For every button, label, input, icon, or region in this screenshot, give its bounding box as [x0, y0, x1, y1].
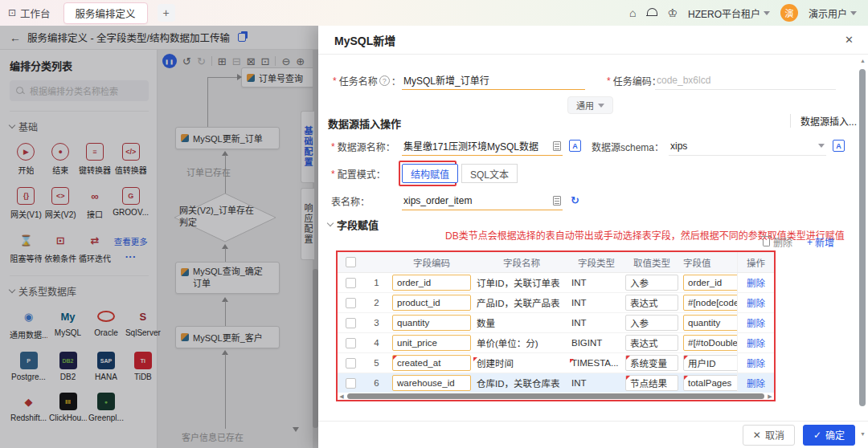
lov-lookup-icon[interactable]: [553, 141, 561, 151]
tab-service-orchestration[interactable]: 服务编排定义: [63, 2, 148, 24]
field-type-cell: INT: [570, 278, 623, 287]
field-name-cell: 单价(单位：分): [473, 336, 570, 349]
value-type-select[interactable]: 节点结果: [625, 375, 678, 391]
datasource-label-text: 数据源名称: [338, 140, 386, 153]
field-code-input[interactable]: created_at: [392, 355, 471, 371]
tab-workbench[interactable]: ⊡ 工作台: [8, 6, 51, 21]
multilang-icon[interactable]: A: [833, 140, 845, 152]
row-delete-link[interactable]: 删除: [737, 353, 774, 373]
notification-bell-icon[interactable]: [646, 8, 657, 18]
home-icon[interactable]: ⌂: [629, 7, 636, 18]
task-code-input: code_bx6lcd: [655, 71, 836, 90]
row-delete-link[interactable]: 删除: [737, 273, 774, 292]
scroll-up-arrow-icon[interactable]: ▲: [859, 58, 866, 63]
value-type-select[interactable]: 入参: [625, 315, 678, 331]
field-code-input[interactable]: product_id: [392, 295, 471, 311]
colon: ：: [360, 194, 370, 208]
help-icon[interactable]: ?: [379, 75, 390, 86]
scroll-left-arrow-icon[interactable]: ◀: [338, 393, 346, 400]
colon: ：: [654, 140, 664, 153]
col-header-value-type: 取值类型: [623, 256, 681, 269]
dialog-scrollbar[interactable]: ▲ ▼: [859, 58, 866, 437]
row-checkbox-cell: [338, 338, 363, 348]
field-code-input[interactable]: unit_price: [392, 335, 471, 351]
chevron-down-icon: [327, 220, 334, 226]
field-code-cell: order_id: [390, 275, 473, 291]
row-checkbox[interactable]: [346, 378, 356, 389]
horizontal-scrollbar[interactable]: ◀ ▶: [338, 393, 774, 400]
row-checkbox-cell: [338, 278, 363, 288]
table-row[interactable]: 3quantity数量INT入参quantity删除: [338, 313, 774, 333]
scroll-down-arrow-icon[interactable]: ▼: [859, 431, 866, 437]
datasource-insert-more[interactable]: 数据源插入...: [790, 114, 857, 128]
field-assignment-title: 字段赋值: [337, 217, 379, 232]
table-name-input[interactable]: xips_order_item: [402, 191, 563, 210]
table-row[interactable]: 1order_id订单ID，关联订单表INT入参order_id删除: [338, 273, 774, 293]
task-name-label-text: 任务名称: [339, 74, 378, 88]
top-tab-bar: ⊡ 工作台 服务编排定义 + ⌂ ♔ HZERO平台租户 演 演示用户: [0, 0, 868, 26]
horizontal-scroll-thumb[interactable]: [347, 393, 764, 399]
row-delete-link[interactable]: 删除: [737, 373, 774, 393]
row-delete-link[interactable]: 删除: [737, 333, 774, 352]
row-delete-link[interactable]: 删除: [737, 313, 774, 332]
scroll-right-arrow-icon[interactable]: ▶: [766, 393, 774, 400]
row-seq: 5: [363, 358, 390, 368]
select-all-checkbox[interactable]: [346, 257, 356, 267]
user-menu[interactable]: 演示用户: [809, 6, 857, 20]
add-tab-button[interactable]: +: [158, 4, 175, 22]
row-checkbox[interactable]: [346, 278, 356, 288]
tenant-switcher[interactable]: HZERO平台租户: [688, 6, 770, 20]
datasource-name-input[interactable]: 集星缴171压测环境MySQL数据源: [402, 136, 563, 156]
field-code-input[interactable]: warehouse_id: [392, 375, 471, 391]
row-checkbox[interactable]: [346, 298, 356, 308]
table-header-row: 字段编码 字段名称 字段类型 取值类型 字段值 操作: [338, 252, 774, 273]
close-icon[interactable]: ✕: [845, 34, 854, 46]
datasource-section-title: 数据源插入操作: [328, 116, 401, 131]
row-seq: 2: [363, 298, 390, 307]
badge-icon[interactable]: ♔: [667, 7, 678, 18]
row-seq: 4: [363, 338, 390, 348]
col-header-field-code: 字段编码: [390, 256, 473, 269]
row-seq: 3: [363, 318, 390, 328]
row-delete-link[interactable]: 删除: [737, 293, 774, 312]
table-actions: 删除 + 新增: [763, 235, 834, 249]
field-code-input[interactable]: order_id: [392, 275, 471, 291]
value-type-select[interactable]: 表达式: [625, 295, 678, 311]
mode-struct-button[interactable]: 结构赋值: [402, 164, 458, 183]
field-assignment-header[interactable]: 字段赋值: [328, 217, 379, 232]
user-name: 演示用户: [809, 6, 847, 20]
row-checkbox[interactable]: [346, 358, 356, 369]
lov-lookup-icon[interactable]: [553, 196, 561, 206]
cancel-button[interactable]: ✕ 取消: [743, 425, 795, 446]
dialog-scroll-thumb[interactable]: [859, 69, 866, 406]
value-type-select[interactable]: 表达式: [625, 335, 678, 351]
value-type-select[interactable]: 入参: [625, 275, 678, 291]
table-row[interactable]: 6warehouse_id仓库ID，关联仓库表INT节点结果totalPages…: [338, 373, 774, 393]
dialog-title: MySQL新增: [334, 32, 395, 48]
general-section-toggle[interactable]: 通用: [567, 96, 613, 114]
multilang-icon[interactable]: A: [569, 140, 581, 152]
row-seq: 6: [363, 378, 390, 388]
mode-sql-button[interactable]: SQL文本: [461, 164, 518, 183]
row-checkbox[interactable]: [346, 338, 356, 348]
row-checkbox-cell: [338, 358, 363, 369]
add-row-button[interactable]: + 新增: [807, 235, 834, 249]
refresh-icon[interactable]: ↻: [571, 194, 579, 206]
user-avatar[interactable]: 演: [780, 4, 798, 22]
mysql-insert-dialog: MySQL新增 ✕ * 任务名称 ? ： MySQL新增_订单行 * 任务编码 …: [318, 26, 868, 448]
required-marker: *: [333, 75, 337, 87]
field-code-input[interactable]: quantity: [392, 315, 471, 331]
value-type-select[interactable]: 系统变量: [625, 355, 678, 371]
cancel-label: 取消: [765, 428, 784, 442]
table-row[interactable]: 4unit_price单价(单位：分)BIGINT表达式#[#toDouble(…: [338, 333, 774, 353]
schema-select[interactable]: xips: [669, 136, 826, 156]
field-name-cell: 创建时间: [473, 356, 570, 369]
table-row[interactable]: 5created_at创建时间TIMESTA...系统变量用户ID删除: [338, 353, 774, 373]
table-row[interactable]: 2product_id产品ID，关联产品表INT表达式#[node[code_5…: [338, 293, 774, 313]
confirm-button[interactable]: ✓ 确定: [803, 425, 855, 446]
task-name-input[interactable]: MySQL新增_订单行: [402, 71, 585, 90]
general-toggle-label: 通用: [576, 99, 594, 112]
value-type-cell: 节点结果: [623, 375, 681, 391]
row-checkbox[interactable]: [346, 318, 356, 328]
delete-rows-button[interactable]: 删除: [763, 235, 792, 249]
